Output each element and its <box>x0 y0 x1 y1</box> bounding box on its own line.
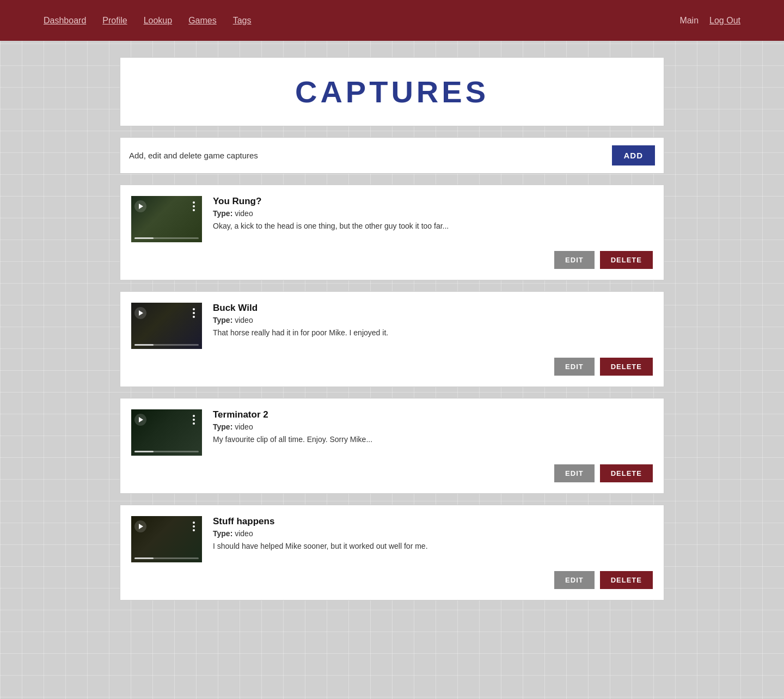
capture-info: Terminator 2 Type: video My favourite cl… <box>213 409 653 445</box>
toolbar-description: Add, edit and delete game captures <box>129 151 258 160</box>
edit-button[interactable]: EDIT <box>554 358 595 376</box>
capture-card-2: Buck Wild Type: video That horse really … <box>120 291 664 387</box>
edit-button[interactable]: EDIT <box>554 251 595 269</box>
capture-title: You Rung? <box>213 196 653 207</box>
capture-type: Type: video <box>213 422 653 431</box>
capture-title: Stuff happens <box>213 516 653 527</box>
nav-links: Dashboard Profile Lookup Games Tags <box>44 16 252 26</box>
play-triangle-icon <box>139 204 143 209</box>
video-controls-row <box>134 520 199 532</box>
play-button[interactable] <box>134 307 146 319</box>
video-progress-bar <box>134 237 199 239</box>
capture-actions: EDIT DELETE <box>131 251 653 269</box>
capture-info: Stuff happens Type: video I should have … <box>213 516 653 552</box>
nav-logout[interactable]: Log Out <box>709 16 740 26</box>
capture-actions: EDIT DELETE <box>131 464 653 482</box>
main-container: CAPTURES Add, edit and delete game captu… <box>109 57 675 600</box>
capture-content: Stuff happens Type: video I should have … <box>131 516 653 562</box>
more-button[interactable] <box>189 201 199 211</box>
delete-button[interactable]: DELETE <box>600 358 653 376</box>
edit-button[interactable]: EDIT <box>554 464 595 482</box>
add-button[interactable]: ADD <box>612 145 656 165</box>
capture-description: Okay, a kick to the head is one thing, b… <box>213 221 653 232</box>
video-thumbnail <box>131 196 202 242</box>
more-dot-icon <box>193 522 195 524</box>
video-progress-fill <box>134 237 154 239</box>
captures-list: You Rung? Type: video Okay, a kick to th… <box>120 185 664 600</box>
capture-content: You Rung? Type: video Okay, a kick to th… <box>131 196 653 242</box>
capture-actions: EDIT DELETE <box>131 571 653 589</box>
capture-type: Type: video <box>213 529 653 538</box>
capture-title: Terminator 2 <box>213 409 653 420</box>
navbar: Dashboard Profile Lookup Games Tags Main… <box>0 0 784 41</box>
capture-type: Type: video <box>213 316 653 324</box>
more-dot-icon <box>193 422 195 425</box>
video-thumbnail <box>131 409 202 456</box>
nav-link-profile[interactable]: Profile <box>102 16 127 26</box>
delete-button[interactable]: DELETE <box>600 571 653 589</box>
video-controls-row <box>134 414 199 426</box>
more-button[interactable] <box>189 308 199 318</box>
play-triangle-icon <box>139 417 143 422</box>
capture-content: Buck Wild Type: video That horse really … <box>131 303 653 349</box>
header-card: CAPTURES <box>120 57 664 126</box>
more-dot-icon <box>193 525 195 528</box>
play-triangle-icon <box>139 524 143 529</box>
more-dot-icon <box>193 312 195 314</box>
capture-content: Terminator 2 Type: video My favourite cl… <box>131 409 653 456</box>
nav-link-dashboard[interactable]: Dashboard <box>44 16 86 26</box>
video-progress-fill <box>134 557 154 559</box>
delete-button[interactable]: DELETE <box>600 251 653 269</box>
more-dot-icon <box>193 201 195 204</box>
capture-description: That horse really had it in for poor Mik… <box>213 328 653 339</box>
more-dot-icon <box>193 419 195 421</box>
video-progress-bar <box>134 557 199 559</box>
more-dot-icon <box>193 415 195 417</box>
capture-info: You Rung? Type: video Okay, a kick to th… <box>213 196 653 232</box>
edit-button[interactable]: EDIT <box>554 571 595 589</box>
capture-type: Type: video <box>213 209 653 218</box>
video-inner <box>131 303 202 349</box>
capture-card-1: You Rung? Type: video Okay, a kick to th… <box>120 185 664 280</box>
capture-card-3: Terminator 2 Type: video My favourite cl… <box>120 398 664 494</box>
capture-actions: EDIT DELETE <box>131 358 653 376</box>
video-progress-bar <box>134 451 199 452</box>
more-dot-icon <box>193 209 195 211</box>
video-inner <box>131 516 202 562</box>
play-triangle-icon <box>139 310 143 316</box>
delete-button[interactable]: DELETE <box>600 464 653 482</box>
nav-link-lookup[interactable]: Lookup <box>144 16 173 26</box>
page-title: CAPTURES <box>131 74 653 109</box>
more-button[interactable] <box>189 415 199 425</box>
capture-description: I should have helped Mike sooner, but it… <box>213 541 653 552</box>
video-progress-fill <box>134 344 154 346</box>
video-controls-row <box>134 307 199 319</box>
play-button[interactable] <box>134 520 146 532</box>
video-thumbnail <box>131 516 202 562</box>
more-dot-icon <box>193 308 195 310</box>
capture-title: Buck Wild <box>213 303 653 314</box>
video-inner <box>131 196 202 242</box>
nav-right: Main Log Out <box>679 16 740 26</box>
capture-info: Buck Wild Type: video That horse really … <box>213 303 653 339</box>
toolbar-card: Add, edit and delete game captures ADD <box>120 137 664 174</box>
play-button[interactable] <box>134 414 146 426</box>
play-button[interactable] <box>134 200 146 212</box>
nav-link-tags[interactable]: Tags <box>233 16 252 26</box>
more-button[interactable] <box>189 522 199 531</box>
video-controls-row <box>134 200 199 212</box>
video-progress-bar <box>134 344 199 346</box>
capture-card-4: Stuff happens Type: video I should have … <box>120 505 664 600</box>
nav-main-label: Main <box>679 16 699 26</box>
more-dot-icon <box>193 205 195 207</box>
more-dot-icon <box>193 529 195 531</box>
capture-description: My favourite clip of all time. Enjoy. So… <box>213 434 653 445</box>
more-dot-icon <box>193 316 195 318</box>
video-thumbnail <box>131 303 202 349</box>
video-progress-fill <box>134 451 154 452</box>
video-inner <box>131 409 202 456</box>
nav-link-games[interactable]: Games <box>188 16 217 26</box>
